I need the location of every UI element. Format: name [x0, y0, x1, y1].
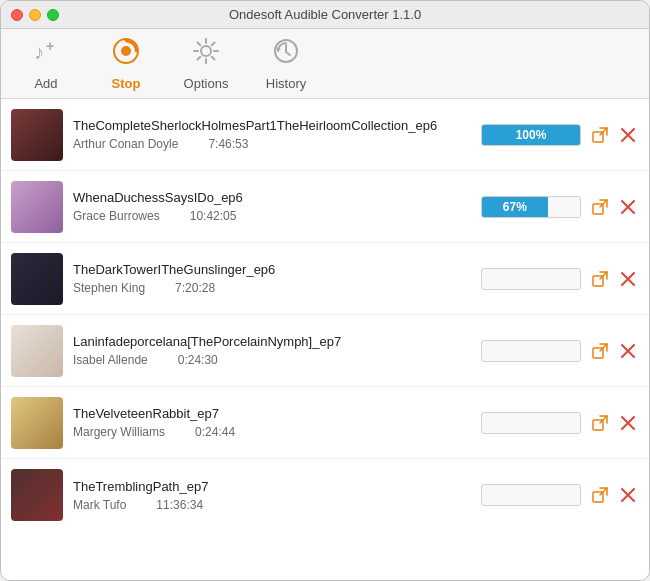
progress-bar-fill: 100%	[482, 125, 580, 145]
history-icon	[272, 37, 300, 72]
item-duration: 0:24:44	[195, 425, 235, 439]
open-button[interactable]	[589, 340, 611, 362]
list-item: Laninfadeporcelana[ThePorcelainNymph]_ep…	[1, 315, 649, 387]
item-author: Mark Tufo	[73, 498, 126, 512]
item-info: Laninfadeporcelana[ThePorcelainNymph]_ep…	[73, 334, 471, 367]
item-duration: 7:46:53	[208, 137, 248, 151]
item-actions	[589, 412, 639, 434]
toolbar-stop-button[interactable]: Stop	[101, 37, 151, 91]
item-actions	[589, 196, 639, 218]
progress-bar-fill: 67%	[482, 197, 548, 217]
item-duration: 10:42:05	[190, 209, 237, 223]
svg-point-3	[121, 46, 131, 56]
list-item: TheVelveteenRabbit_ep7Margery Williams0:…	[1, 387, 649, 459]
delete-button[interactable]	[617, 412, 639, 434]
item-title: Laninfadeporcelana[ThePorcelainNymph]_ep…	[73, 334, 471, 349]
progress-bar-wrap	[481, 412, 581, 434]
item-duration: 7:20:28	[175, 281, 215, 295]
item-thumbnail	[11, 253, 63, 305]
progress-text: 67%	[503, 200, 527, 214]
item-progress-container	[481, 268, 581, 290]
progress-bar-wrap: 100%	[481, 124, 581, 146]
item-info: WhenaDuchessSaysIDo_ep6Grace Burrowes10:…	[73, 190, 471, 223]
item-actions	[589, 268, 639, 290]
svg-text:♪: ♪	[34, 41, 44, 63]
progress-text: 100%	[516, 128, 547, 142]
open-button[interactable]	[589, 196, 611, 218]
add-label: Add	[34, 76, 57, 91]
options-label: Options	[184, 76, 229, 91]
item-author: Arthur Conan Doyle	[73, 137, 178, 151]
maximize-button[interactable]	[47, 9, 59, 21]
toolbar-options-button[interactable]: Options	[181, 37, 231, 91]
item-progress-container	[481, 412, 581, 434]
list-item: WhenaDuchessSaysIDo_ep6Grace Burrowes10:…	[1, 171, 649, 243]
minimize-button[interactable]	[29, 9, 41, 21]
item-actions	[589, 340, 639, 362]
app-title: Ondesoft Audible Converter 1.1.0	[229, 7, 421, 22]
item-author: Grace Burrowes	[73, 209, 160, 223]
item-progress-container: 67%	[481, 196, 581, 218]
delete-button[interactable]	[617, 268, 639, 290]
item-progress-container	[481, 340, 581, 362]
item-author: Stephen King	[73, 281, 145, 295]
item-duration: 11:36:34	[156, 498, 203, 512]
delete-button[interactable]	[617, 340, 639, 362]
item-title: TheTremblingPath_ep7	[73, 479, 471, 494]
toolbar: ♪ + Add Stop Options	[1, 29, 649, 99]
item-thumbnail	[11, 469, 63, 521]
progress-bar-wrap: 67%	[481, 196, 581, 218]
delete-button[interactable]	[617, 484, 639, 506]
progress-bar-wrap	[481, 484, 581, 506]
item-info: TheVelveteenRabbit_ep7Margery Williams0:…	[73, 406, 471, 439]
item-actions	[589, 484, 639, 506]
progress-bar-wrap	[481, 268, 581, 290]
item-actions	[589, 124, 639, 146]
item-info: TheCompleteSherlockHolmesPart1TheHeirloo…	[73, 118, 471, 151]
item-info: TheTremblingPath_ep7Mark Tufo11:36:34	[73, 479, 471, 512]
close-button[interactable]	[11, 9, 23, 21]
svg-text:+: +	[46, 38, 54, 54]
open-button[interactable]	[589, 268, 611, 290]
item-thumbnail	[11, 181, 63, 233]
toolbar-add-button[interactable]: ♪ + Add	[21, 37, 71, 91]
delete-button[interactable]	[617, 124, 639, 146]
list-item: TheCompleteSherlockHolmesPart1TheHeirloo…	[1, 99, 649, 171]
item-title: WhenaDuchessSaysIDo_ep6	[73, 190, 471, 205]
open-button[interactable]	[589, 484, 611, 506]
open-button[interactable]	[589, 412, 611, 434]
toolbar-history-button[interactable]: History	[261, 37, 311, 91]
item-progress-container: 100%	[481, 124, 581, 146]
progress-bar-wrap	[481, 340, 581, 362]
item-thumbnail	[11, 109, 63, 161]
item-title: TheDarkTowerITheGunslinger_ep6	[73, 262, 471, 277]
stop-icon	[112, 37, 140, 72]
content-area: TheCompleteSherlockHolmesPart1TheHeirloo…	[1, 99, 649, 581]
list-item: TheTremblingPath_ep7Mark Tufo11:36:34	[1, 459, 649, 531]
stop-label: Stop	[112, 76, 141, 91]
item-thumbnail	[11, 325, 63, 377]
add-icon: ♪ +	[32, 37, 60, 72]
item-title: TheVelveteenRabbit_ep7	[73, 406, 471, 421]
item-info: TheDarkTowerITheGunslinger_ep6Stephen Ki…	[73, 262, 471, 295]
open-button[interactable]	[589, 124, 611, 146]
delete-button[interactable]	[617, 196, 639, 218]
item-thumbnail	[11, 397, 63, 449]
item-author: Margery Williams	[73, 425, 165, 439]
item-progress-container	[481, 484, 581, 506]
traffic-lights	[11, 9, 59, 21]
item-author: Isabel Allende	[73, 353, 148, 367]
options-icon	[192, 37, 220, 72]
item-title: TheCompleteSherlockHolmesPart1TheHeirloo…	[73, 118, 471, 133]
svg-point-4	[201, 46, 211, 56]
title-bar: Ondesoft Audible Converter 1.1.0	[1, 1, 649, 29]
history-label: History	[266, 76, 306, 91]
item-duration: 0:24:30	[178, 353, 218, 367]
list-item: TheDarkTowerITheGunslinger_ep6Stephen Ki…	[1, 243, 649, 315]
